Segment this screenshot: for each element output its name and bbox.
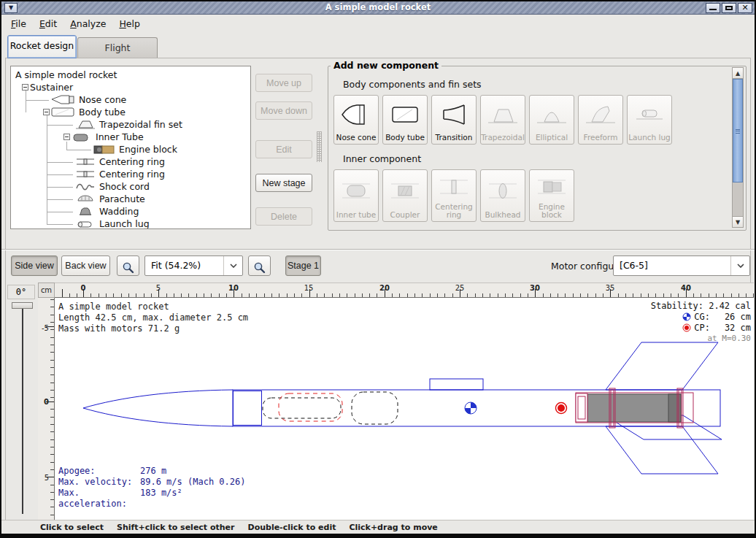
add-transition-button[interactable]: Transition xyxy=(431,95,477,145)
tree-item-parachute[interactable]: Parachute xyxy=(11,193,250,205)
vertical-ruler: -5 0 5 xyxy=(38,298,55,520)
launch-lug-icon xyxy=(633,96,666,134)
rotation-angle-field[interactable]: 0° xyxy=(7,285,35,299)
hint-click-select: Click to select xyxy=(40,523,104,532)
add-launch-lug-button[interactable]: Launch lug xyxy=(627,95,672,145)
tree-item-centering-ring-1[interactable]: Centering ring xyxy=(11,155,250,168)
status-bar: Click to select Shift+click to select ot… xyxy=(1,520,755,534)
add-nose-cone-button[interactable]: Nose cone xyxy=(333,95,379,145)
title-bar[interactable]: ▼ A simple model rocket ✕ xyxy=(1,1,755,15)
motor-configuration-dropdown[interactable]: [C6-5] xyxy=(613,255,750,276)
add-engine-block-button[interactable]: Engine block xyxy=(529,169,574,222)
hint-shift-click: Shift+click to select other xyxy=(117,523,235,532)
scroll-down-icon[interactable]: ▼ xyxy=(733,216,743,227)
launch-lug-icon xyxy=(75,219,96,228)
tree-item-shock-cord[interactable]: Shock cord xyxy=(11,180,250,193)
magnifier-icon xyxy=(117,261,139,274)
zoom-level-dropdown[interactable]: Fit (54.2%) xyxy=(144,255,243,276)
add-coupler-button[interactable]: Coupler xyxy=(382,169,428,222)
rotation-slider[interactable] xyxy=(22,304,23,514)
edit-button[interactable]: Edit xyxy=(255,140,312,158)
rotation-slider-handle[interactable] xyxy=(12,302,33,309)
tree-item-launch-lug[interactable]: Launch lug xyxy=(11,218,250,229)
delete-button[interactable]: Delete xyxy=(255,207,312,226)
collapse-icon[interactable] xyxy=(22,84,28,91)
cg-marker xyxy=(465,402,477,414)
tree-item-wadding[interactable]: Wadding xyxy=(11,205,250,218)
splitter-handle[interactable] xyxy=(317,131,322,162)
menu-bar: File Edit Analyze Help xyxy=(1,15,755,32)
tab-flight-simulations[interactable]: Flight simulations xyxy=(77,37,158,58)
centering-ring-icon xyxy=(75,169,96,179)
wadding[interactable] xyxy=(352,392,398,424)
maximize-button[interactable] xyxy=(722,3,736,13)
minimize-button[interactable] xyxy=(706,3,720,13)
stage-1-toggle[interactable]: Stage 1 xyxy=(285,255,321,276)
centering-ring-icon xyxy=(437,170,471,203)
tab-rocket-design[interactable]: Rocket design xyxy=(7,35,77,58)
menu-help[interactable]: Help xyxy=(112,17,147,31)
elliptical-fin-icon xyxy=(535,96,568,134)
collapse-icon[interactable] xyxy=(43,109,50,115)
new-stage-button[interactable]: New stage xyxy=(255,174,312,192)
tree-item-rocket[interactable]: A simple model rocket xyxy=(11,69,250,81)
component-tree[interactable]: A simple model rocket Sustainer Nose con… xyxy=(10,66,251,229)
shock-cord[interactable] xyxy=(263,398,341,418)
menu-edit[interactable]: Edit xyxy=(33,17,63,31)
tree-item-centering-ring-2[interactable]: Centering ring xyxy=(11,168,250,180)
transition-icon xyxy=(437,96,471,134)
zoom-in-button[interactable] xyxy=(117,255,139,276)
collapse-icon[interactable] xyxy=(63,134,70,140)
tree-item-body-tube[interactable]: Body tube xyxy=(11,106,250,118)
back-view-button[interactable]: Back view xyxy=(61,255,110,276)
add-freeform-fin-button[interactable]: Freeform xyxy=(578,95,623,145)
tree-item-engine-block[interactable]: Engine block xyxy=(11,143,250,155)
horizontal-ruler: 0 5 10 15 20 25 30 35 40 xyxy=(55,283,754,298)
inner-tube-icon xyxy=(70,133,89,142)
add-centering-ring-button[interactable]: Centering ring xyxy=(431,169,477,222)
add-inner-tube-button[interactable]: Inner tube xyxy=(333,169,379,222)
parachute-icon xyxy=(75,194,96,204)
launch-lug[interactable] xyxy=(430,379,483,390)
menu-file[interactable]: File xyxy=(4,17,33,31)
add-trapezoidal-fin-button[interactable]: Trapezoidal xyxy=(480,95,525,145)
tree-item-trapezoidal-fin-set[interactable]: Trapezoidal fin set xyxy=(11,118,250,131)
side-view-button[interactable]: Side view xyxy=(11,255,58,276)
tab-bar: Rocket design Flight simulations xyxy=(1,33,755,58)
move-down-button[interactable]: Move down xyxy=(255,101,312,120)
nose-cone-outline[interactable] xyxy=(83,390,233,408)
chevron-down-icon xyxy=(223,256,242,275)
hint-drag: Click+drag to move xyxy=(349,523,437,532)
engine-block[interactable] xyxy=(576,393,587,422)
chevron-down-icon xyxy=(730,256,749,275)
close-button[interactable]: ✕ xyxy=(738,3,752,13)
zoom-out-button[interactable] xyxy=(248,255,271,276)
add-elliptical-fin-button[interactable]: Elliptical xyxy=(529,95,574,145)
tree-item-sustainer[interactable]: Sustainer xyxy=(11,81,250,93)
motor[interactable] xyxy=(587,394,681,422)
coupler-icon xyxy=(388,170,422,211)
add-bulkhead-button[interactable]: Bulkhead xyxy=(480,169,525,222)
hint-double-click: Double-click to edit xyxy=(248,523,336,532)
magnifier-icon xyxy=(249,261,270,274)
fin-bottom[interactable] xyxy=(606,426,718,474)
nose-cone-icon xyxy=(339,96,373,134)
rocket-canvas[interactable]: A simple model rocket Length 42.5 cm, ma… xyxy=(55,298,754,520)
nose-shoulder[interactable] xyxy=(234,391,262,426)
add-body-tube-button[interactable]: Body tube xyxy=(382,95,428,145)
nose-cone-outline[interactable] xyxy=(83,408,233,426)
component-panel-scrollbar[interactable]: ▲ ▼ xyxy=(732,67,744,228)
centering-ring-icon xyxy=(75,157,96,166)
move-up-button[interactable]: Move up xyxy=(255,74,312,92)
wadding-icon xyxy=(75,207,96,216)
tree-item-nose-cone[interactable]: Nose cone xyxy=(11,93,250,106)
fin-top[interactable] xyxy=(606,342,718,390)
inner-component-label: Inner component xyxy=(343,153,421,164)
scrollbar-thumb[interactable] xyxy=(733,79,743,182)
tree-item-inner-tube[interactable]: Inner Tube xyxy=(11,131,250,143)
menu-analyze[interactable]: Analyze xyxy=(63,17,112,31)
trapezoidal-fin-icon xyxy=(75,120,96,129)
flight-data: Apogee:276 m Max. velocity:89.6 m/s (Mac… xyxy=(58,466,246,510)
scroll-up-icon[interactable]: ▲ xyxy=(733,68,743,79)
bulkhead-icon xyxy=(486,170,520,211)
